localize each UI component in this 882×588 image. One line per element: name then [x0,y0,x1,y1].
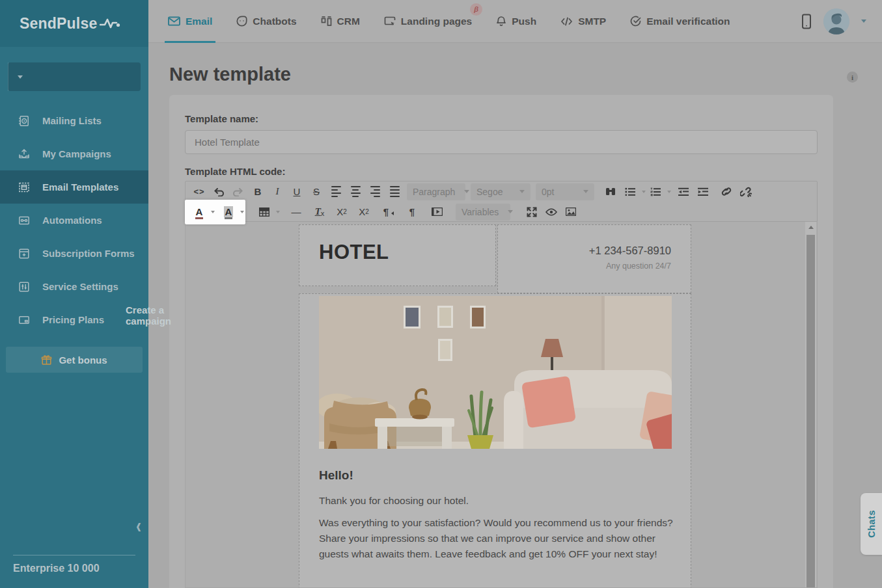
pricing-card-icon [18,314,30,326]
tab-smtp[interactable]: SMTP [560,0,606,43]
tab-crm[interactable]: CRM [321,0,360,43]
sidebar-item-email-templates[interactable]: Email Templates [0,170,148,204]
sidebar-item-my-campaigns[interactable]: My Campaigns [0,137,148,170]
video-icon [432,207,443,216]
get-bonus-button[interactable]: Get bonus [6,347,143,373]
email-brand-cell[interactable]: HOTEL [299,224,496,286]
numbered-list-button[interactable] [646,183,665,200]
beta-badge: β [470,3,482,16]
sidebar-collapse-button[interactable]: ‹ [136,514,141,537]
list-ol-icon [650,187,661,196]
chevron-down-icon [519,190,525,196]
hotel-brand[interactable]: HOTEL [319,241,495,264]
align-center-button[interactable] [346,183,365,200]
font-size-dropdown[interactable]: 0pt [536,183,594,200]
show-paragraph-marks-button[interactable]: ¶ [402,204,422,220]
create-campaign-dropdown[interactable] [8,62,31,91]
underline-button[interactable]: U [287,183,307,200]
email-paragraph-1[interactable]: Thank you for choosing our hotel. [319,493,674,509]
text-color-button[interactable]: A [189,204,209,220]
fullscreen-button[interactable] [522,204,542,220]
outdent-button[interactable] [674,183,693,200]
email-paragraph-2[interactable]: Was everything to your satisfaction? Wou… [319,515,674,562]
account-menu-caret[interactable] [861,20,866,25]
crm-icon [321,16,332,27]
preview-button[interactable] [542,204,561,220]
redo-button[interactable] [228,183,248,200]
sendpulse-logo[interactable]: SendPulse [0,0,148,47]
sidebar-menu: Mailing Lists My Campaigns Email Templat… [0,104,148,336]
info-icon[interactable]: i [847,72,858,83]
insert-link-button[interactable] [717,183,736,200]
unlink-icon [740,187,752,197]
text-direction-button[interactable]: ¶ [379,204,398,220]
align-justify-button[interactable] [385,183,404,200]
align-right-button[interactable] [365,183,385,200]
editor-scrollbar[interactable] [805,222,816,587]
background-color-button[interactable]: A [219,204,238,220]
outdent-icon [678,187,689,196]
align-left-button[interactable] [326,183,346,200]
editor-body[interactable]: HOTEL +1 234-567-8910 Any question 24/7 [185,221,818,588]
chatbot-icon [236,16,247,27]
code-view-button[interactable]: <> [189,183,209,200]
variables-dropdown[interactable]: Variables [456,204,510,220]
template-html-label: Template HTML code: [185,166,285,177]
clear-formatting-button[interactable]: Tx [310,204,329,220]
list-ul-icon [625,187,635,196]
avatar[interactable] [823,8,849,34]
bold-button[interactable]: B [248,183,268,200]
form-icon [18,248,30,260]
chats-tab[interactable]: Chats [861,493,882,555]
tab-email-verification[interactable]: Email verification [630,0,730,43]
chevron-down-icon[interactable] [667,191,671,195]
sidebar-item-service-settings[interactable]: Service Settings [0,270,148,303]
strikethrough-button[interactable]: S [307,183,326,200]
tab-landing-pages[interactable]: Landing pages β [384,0,472,43]
email-body-cell[interactable]: Hello! Thank you for choosing our hotel.… [299,293,691,588]
tab-push[interactable]: Push [496,0,536,43]
insert-table-button[interactable] [255,204,274,220]
phone-note[interactable]: Any question 24/7 [498,261,671,271]
font-family-value: Segoe [476,187,510,197]
email-phone-cell[interactable]: +1 234-567-8910 Any question 24/7 [497,224,691,293]
paragraph-format-dropdown[interactable]: Paragraph [407,183,465,200]
scroll-up-button[interactable] [805,222,816,233]
tab-label: Push [512,16,536,27]
bullet-list-button[interactable] [620,183,640,200]
template-name-label: Template name: [185,113,258,124]
sidebar-item-mailing-lists[interactable]: Mailing Lists [0,104,148,137]
send-campaign-icon [18,148,30,160]
horizontal-rule-button[interactable]: — [286,204,306,220]
insert-image-button[interactable] [561,204,581,220]
subscript-button[interactable]: X2 [332,204,351,220]
insert-video-button[interactable] [427,204,447,220]
mobile-app-icon[interactable] [801,14,812,29]
template-name-input[interactable] [185,130,818,154]
phone-number[interactable]: +1 234-567-8910 [498,245,671,257]
font-family-dropdown[interactable]: Segoe [471,183,531,200]
hotel-room-photo[interactable] [319,296,672,449]
indent-button[interactable] [693,183,713,200]
variables-value: Variables [462,207,499,217]
chevron-down-icon[interactable] [276,211,280,215]
top-navigation: Email Chatbots CRM Landing pages β [148,0,882,43]
sidebar-item-automations[interactable]: Automations [0,204,148,237]
text-color-icon: A [195,206,204,217]
superscript-button[interactable]: X2 [354,204,374,220]
scrollbar-thumb[interactable] [806,235,815,587]
avatar-image [823,8,849,34]
remove-link-button[interactable] [736,183,756,200]
address-book-icon [18,115,30,127]
find-replace-button[interactable] [601,183,620,200]
tab-email[interactable]: Email [168,0,212,43]
create-campaign-button[interactable]: Create a campaign [8,62,141,91]
sidebar-item-subscription-forms[interactable]: Subscription Forms [0,237,148,270]
italic-button[interactable]: I [268,183,287,200]
tab-chatbots[interactable]: Chatbots [236,0,296,43]
chevron-down-icon[interactable] [240,211,244,215]
chevron-down-icon[interactable] [211,211,215,215]
undo-button[interactable] [209,183,228,200]
email-greeting[interactable]: Hello! [319,468,353,483]
page-title: New template [169,64,291,85]
